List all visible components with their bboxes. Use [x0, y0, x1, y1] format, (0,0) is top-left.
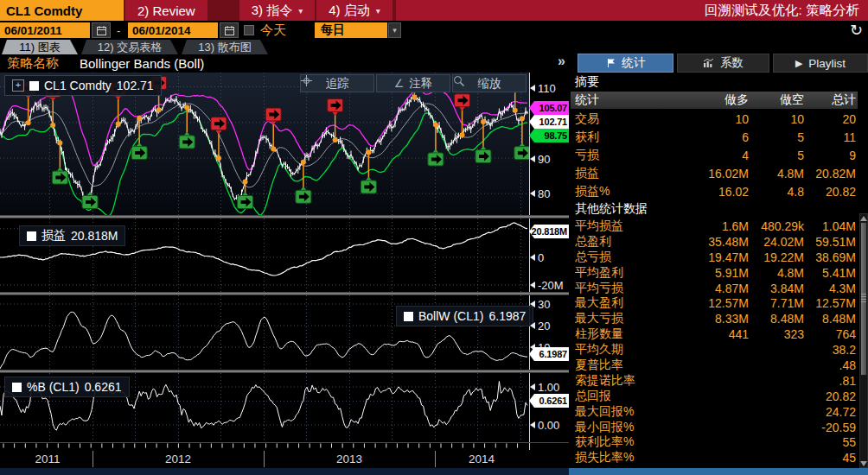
last-price-tag: 102.71 — [529, 115, 569, 129]
stats-row[interactable]: 柱形数量441323764 — [571, 326, 858, 342]
commands-label: 3) 指令 — [252, 3, 293, 19]
summary-rows: 交易101020获利6511亏损459损益16.02M4.8M20.82M损益%… — [571, 110, 858, 200]
stats-row[interactable]: 总亏损19.47M19.22M38.69M — [571, 250, 858, 265]
panel-separator[interactable] — [0, 215, 569, 218]
date-toolbar: 06/01/2011 - 06/01/2014 今天 每日 ▾ ↻ — [0, 21, 868, 40]
flag-icon — [606, 58, 616, 68]
track-label: 追踪 — [326, 76, 349, 92]
start-date-input[interactable]: 06/01/2011 — [0, 22, 90, 38]
tab-statistics[interactable]: 统计 — [578, 54, 673, 73]
stats-row[interactable]: 损益16.02M4.8M20.82M — [571, 164, 858, 182]
strategy-row: 策略名称 Bollinger Bands (Boll) — [0, 54, 553, 73]
review-button[interactable]: 2) Review — [125, 0, 207, 21]
stats-row[interactable]: 最大亏损8.33M8.48M8.48M — [571, 311, 858, 326]
end-date-calendar-button[interactable] — [220, 22, 239, 38]
ticker-field[interactable]: CL1 Comdty — [0, 0, 124, 21]
tab-chart[interactable]: 11) 图表 — [2, 40, 78, 54]
annotate-button[interactable]: ∠ 注释 — [376, 74, 450, 92]
stats-row[interactable]: 亏损459 — [571, 146, 858, 164]
bottom-bar-right — [569, 468, 868, 475]
charts-svg[interactable] — [0, 73, 569, 468]
launch-label: 4) 启动 — [329, 3, 370, 19]
launch-menu[interactable]: 4) 启动 ▾ — [316, 0, 393, 21]
axis-label: 0 — [530, 250, 544, 264]
x-axis-year: 2014 — [451, 453, 512, 466]
start-date-calendar-button[interactable] — [92, 22, 111, 38]
axis-label: 90 — [530, 152, 550, 166]
tab-coefficients[interactable]: 系数 — [677, 54, 769, 73]
axis-label: -20M — [530, 278, 564, 292]
summary-section-header: 摘要 — [571, 73, 856, 91]
tab-playlist[interactable]: ▶ Playlist — [773, 54, 868, 73]
stats-row[interactable]: 最小回报%-20.59 — [571, 420, 858, 435]
stats-row[interactable]: 最大盈利12.57M7.71M12.57M — [571, 295, 858, 311]
pctb-legend-value: 0.6261 — [85, 380, 122, 394]
tab-trade-table[interactable]: 12) 交易表格 — [81, 40, 178, 54]
legend-expand-icon[interactable]: + — [12, 79, 24, 92]
strategy-name[interactable]: Bollinger Bands (Boll) — [80, 56, 204, 71]
scrollbar-thumb[interactable] — [861, 223, 866, 375]
x-axis-ticks — [3, 444, 518, 448]
stats-row[interactable]: 夏普比率.48 — [571, 358, 858, 373]
stats-table-header: 统计 做多 做空 总计 — [571, 92, 858, 109]
panel-separator[interactable] — [0, 370, 569, 373]
lower-band-tag: 98.75 — [529, 129, 569, 142]
price-legend-label: CL1 Comdty — [44, 79, 112, 92]
axis-label: 30 — [530, 297, 550, 311]
stats-row[interactable]: 平均亏损4.87M3.84M4.3M — [571, 281, 858, 296]
pctb-legend-label: %B (CL1) — [27, 380, 80, 394]
stats-row[interactable]: 平均久期38.2 — [571, 342, 858, 358]
other-stats-header: 其他统计数据 — [571, 200, 856, 218]
stats-row[interactable]: 获利比率%55 — [571, 434, 858, 450]
chart-icon — [703, 58, 714, 68]
stats-row[interactable]: 索提诺比率.81 — [571, 373, 858, 389]
calendar-icon — [96, 25, 107, 36]
series-swatch — [29, 81, 39, 91]
pnl-legend[interactable]: 损益 20.818M — [19, 225, 125, 246]
stats-row[interactable]: 总回报20.82 — [571, 389, 858, 404]
stats-row[interactable]: 损失比率%45 — [571, 450, 858, 466]
tab-playlist-label: Playlist — [808, 57, 846, 70]
zoom-button[interactable]: 缩放 — [452, 74, 527, 92]
track-button[interactable]: 追踪 — [300, 74, 374, 92]
frequency-select[interactable]: 每日 — [315, 22, 387, 38]
stats-row[interactable]: 平均盈利5.91M4.8M5.41M — [571, 265, 858, 281]
stats-row[interactable]: 最大回报%24.72 — [571, 404, 858, 420]
today-label: 今天 — [260, 22, 286, 38]
chart-area[interactable]: 追踪 ∠ 注释 缩放 + CL1 Comdty 102.71 损益 20.818… — [0, 73, 569, 468]
bollw-legend[interactable]: BollW (CL1) 6.1987 — [396, 306, 533, 326]
panel-separator[interactable] — [0, 292, 569, 295]
series-swatch — [27, 231, 36, 241]
pctb-tag: 0.6261 — [529, 394, 569, 408]
stats-row[interactable]: 交易101020 — [571, 110, 858, 128]
stats-row[interactable]: 总盈利35.48M24.02M59.51M — [571, 234, 858, 250]
tab-statistics-label: 统计 — [622, 55, 646, 71]
scroll-up-arrow-icon[interactable] — [860, 214, 867, 222]
pctb-legend[interactable]: %B (CL1) 0.6261 — [4, 377, 130, 397]
axis-label: 1.00 — [530, 380, 559, 394]
magnifier-icon — [453, 75, 464, 86]
bollw-legend-label: BollW (CL1) — [418, 309, 483, 323]
stats-row[interactable]: 损益%16.024.820.82 — [571, 182, 858, 200]
refresh-icon[interactable]: ↻ — [850, 21, 863, 40]
pnl-legend-label: 损益 — [41, 228, 66, 244]
stats-row[interactable]: 获利6511 — [571, 128, 858, 146]
frequency-dropdown-button[interactable]: ▾ — [388, 22, 401, 38]
other-stats-rows: 平均损益1.6M480.29k1.04M总盈利35.48M24.02M59.51… — [571, 218, 858, 466]
bottom-bar-left — [0, 468, 569, 475]
scroll-down-arrow-icon[interactable] — [860, 459, 867, 467]
price-legend[interactable]: + CL1 Comdty 102.71 — [4, 75, 162, 96]
commands-menu[interactable]: 3) 指令 ▾ — [239, 0, 316, 21]
stats-row[interactable]: 平均损益1.6M480.29k1.04M — [571, 218, 858, 234]
tab-scatter[interactable]: 13) 散布图 — [182, 40, 268, 54]
screen-title: 回溯测试及优化: 策略分析 — [396, 0, 868, 21]
stats-scrollbar[interactable] — [859, 213, 868, 468]
end-date-input[interactable]: 06/01/2014 — [128, 22, 218, 38]
panel-expander[interactable]: » — [558, 54, 565, 69]
today-checkbox[interactable] — [244, 25, 254, 35]
x-axis-year: 2013 — [319, 453, 380, 466]
backtest-screen: CL1 Comdty 2) Review 3) 指令 ▾ 4) 启动 ▾ 回溯测… — [0, 0, 868, 475]
bollw-legend-value: 6.1987 — [488, 309, 526, 323]
series-swatch — [12, 383, 22, 392]
upper-band-tag: 105.07 — [529, 101, 569, 115]
